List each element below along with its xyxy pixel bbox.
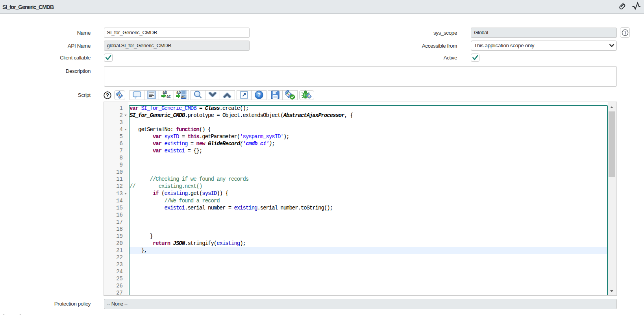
svg-text:ab: ab bbox=[176, 90, 181, 94]
svg-text:ac: ac bbox=[167, 94, 171, 98]
svg-text:?: ? bbox=[257, 92, 261, 98]
svg-text:?: ? bbox=[106, 92, 109, 98]
svg-text:ac: ac bbox=[181, 94, 186, 99]
